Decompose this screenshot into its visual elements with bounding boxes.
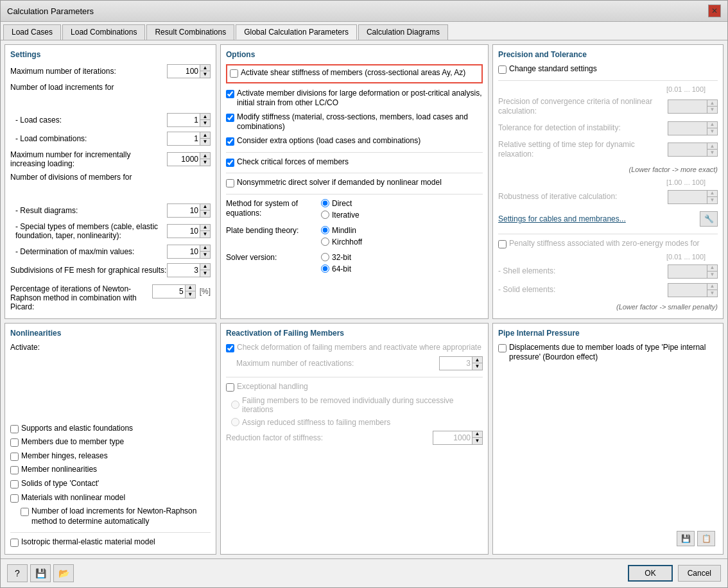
modify-stiffness-checkbox[interactable] [226, 114, 234, 122]
instability-down[interactable]: ▼ [707, 128, 717, 135]
special-types-input[interactable] [168, 225, 200, 238]
close-button[interactable]: ✕ [708, 4, 721, 17]
activate-shear-checkbox[interactable] [230, 69, 238, 78]
tab-load-cases[interactable]: Load Cases [3, 24, 61, 40]
solid-input[interactable] [668, 284, 707, 297]
plate-kirchhoff-radio[interactable] [321, 238, 329, 246]
tab-result-combinations[interactable]: Result Combinations [146, 24, 234, 40]
newton-checkbox[interactable] [21, 508, 29, 516]
max-min-up[interactable]: ▲ [200, 245, 210, 252]
time-step-up[interactable]: ▲ [707, 143, 717, 150]
materials-checkbox[interactable] [10, 494, 19, 503]
max-min-spinner[interactable]: ▲ ▼ [167, 245, 211, 259]
ok-button[interactable]: OK [628, 565, 672, 582]
load-cases-input[interactable] [168, 114, 200, 126]
robustness-spinner[interactable]: ▲ ▼ [668, 190, 718, 204]
tab-calc-diagrams[interactable]: Calculation Diagrams [358, 24, 448, 40]
max-incrementally-up[interactable]: ▲ [200, 153, 210, 159]
load-combinations-input[interactable] [168, 132, 200, 145]
exceptional-checkbox[interactable] [226, 383, 234, 392]
time-step-spinner[interactable]: ▲ ▼ [668, 143, 718, 157]
plate-mindlin-radio[interactable] [321, 226, 329, 234]
convergence-down[interactable]: ▼ [707, 107, 717, 113]
load-combinations-up[interactable]: ▲ [200, 132, 210, 139]
percentage-input[interactable] [153, 285, 185, 298]
reduction-up[interactable]: ▲ [472, 431, 482, 438]
nonsymmetric-checkbox[interactable] [226, 179, 234, 187]
tab-load-combinations[interactable]: Load Combinations [62, 24, 145, 40]
cancel-button[interactable]: Cancel [678, 565, 721, 582]
robustness-down[interactable]: ▼ [707, 197, 717, 203]
load-cases-up[interactable]: ▲ [200, 114, 210, 120]
penalty-checkbox[interactable] [498, 240, 507, 248]
result-diagrams-up[interactable]: ▲ [200, 204, 210, 211]
pipe-save-icon-button[interactable]: 💾 [677, 531, 695, 546]
load-cases-down[interactable]: ▼ [200, 120, 210, 126]
reduction-down[interactable]: ▼ [472, 438, 482, 444]
activate-divisions-checkbox[interactable] [226, 90, 234, 98]
max-iterations-down[interactable]: ▼ [200, 71, 210, 78]
max-incrementally-down[interactable]: ▼ [200, 159, 210, 166]
max-incrementally-spinner[interactable]: ▲ ▼ [167, 152, 211, 166]
max-min-input[interactable] [168, 245, 200, 258]
time-step-down[interactable]: ▼ [707, 150, 717, 156]
robustness-input[interactable] [668, 191, 707, 203]
max-incrementally-input[interactable] [168, 153, 200, 166]
subdivisions-input[interactable] [168, 264, 200, 277]
shell-spinner[interactable]: ▲ ▼ [668, 264, 718, 279]
max-reactivations-spinner[interactable]: ▲ ▼ [439, 356, 483, 370]
result-diagrams-input[interactable] [168, 204, 200, 217]
displacements-checkbox[interactable] [498, 344, 507, 352]
max-reactivations-up[interactable]: ▲ [472, 357, 482, 363]
reduction-input[interactable] [433, 431, 472, 444]
result-diagrams-spinner[interactable]: ▲ ▼ [167, 203, 211, 218]
result-diagrams-down[interactable]: ▼ [200, 211, 210, 217]
max-iterations-input[interactable] [168, 65, 200, 78]
solid-spinner[interactable]: ▲ ▼ [668, 283, 718, 297]
failing-remove-radio[interactable] [231, 401, 239, 409]
method-iterative-radio[interactable] [321, 211, 329, 219]
footer-icon-3[interactable]: 📂 [53, 564, 74, 582]
robustness-up[interactable]: ▲ [707, 191, 717, 197]
time-step-input[interactable] [668, 143, 707, 156]
percentage-spinner[interactable]: ▲ ▼ [152, 284, 196, 298]
check-deformation-checkbox[interactable] [226, 344, 234, 352]
special-types-down[interactable]: ▼ [200, 231, 210, 238]
load-cases-spinner[interactable]: ▲ ▼ [167, 113, 211, 127]
pipe-copy-icon-button[interactable]: 📋 [697, 531, 715, 546]
footer-icon-1[interactable]: ? [7, 564, 28, 582]
max-reactivations-down[interactable]: ▼ [472, 363, 482, 370]
shell-input[interactable] [668, 265, 707, 278]
supports-checkbox[interactable] [10, 425, 19, 433]
convergence-up[interactable]: ▲ [707, 100, 717, 107]
subdivisions-down[interactable]: ▼ [200, 270, 210, 277]
member-nonlin-checkbox[interactable] [10, 466, 19, 474]
change-standard-checkbox[interactable] [498, 65, 507, 74]
shell-up[interactable]: ▲ [707, 265, 717, 272]
solids-checkbox[interactable] [10, 480, 19, 489]
instability-spinner[interactable]: ▲ ▼ [668, 121, 718, 135]
tab-global-calc[interactable]: Global Calculation Parameters [236, 24, 357, 40]
isotropic-checkbox[interactable] [10, 539, 19, 547]
solver-64-radio[interactable] [321, 264, 329, 273]
footer-icon-2[interactable]: 💾 [30, 564, 51, 582]
cables-icon-button[interactable]: 🔧 [700, 211, 718, 227]
cables-link[interactable]: Settings for cables and membranes... [498, 214, 626, 223]
instability-up[interactable]: ▲ [707, 122, 717, 128]
shell-down[interactable]: ▼ [707, 272, 717, 278]
consider-extra-checkbox[interactable] [226, 137, 234, 146]
subdivisions-up[interactable]: ▲ [200, 264, 210, 270]
check-critical-checkbox[interactable] [226, 159, 234, 167]
subdivisions-spinner[interactable]: ▲ ▼ [167, 263, 211, 277]
instability-input[interactable] [668, 122, 707, 135]
special-types-up[interactable]: ▲ [200, 225, 210, 231]
max-reactivations-input[interactable] [440, 357, 472, 370]
members-type-checkbox[interactable] [10, 438, 19, 447]
hinges-checkbox[interactable] [10, 453, 19, 461]
percentage-down[interactable]: ▼ [185, 291, 195, 298]
special-types-spinner[interactable]: ▲ ▼ [167, 224, 211, 238]
max-iterations-spinner[interactable]: ▲ ▼ [167, 64, 211, 78]
solid-up[interactable]: ▲ [707, 284, 717, 290]
load-combinations-down[interactable]: ▼ [200, 139, 210, 145]
assign-reduced-radio[interactable] [231, 418, 239, 426]
